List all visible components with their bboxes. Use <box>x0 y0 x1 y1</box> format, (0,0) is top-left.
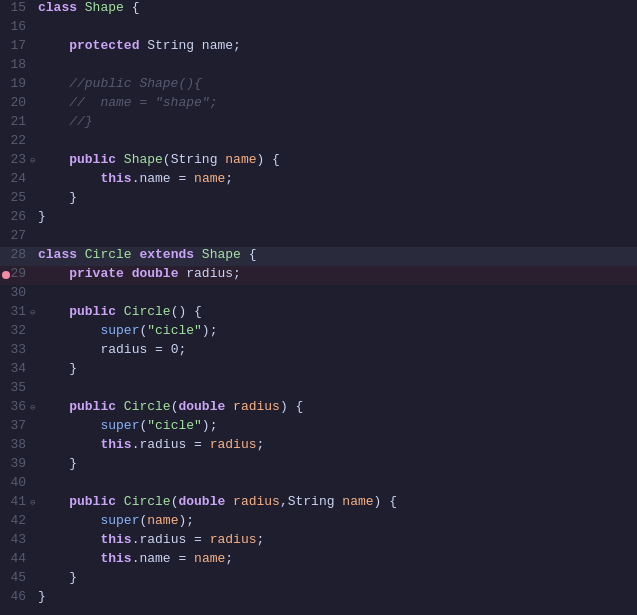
code-line: 31⊖ public Circle() { <box>0 304 637 323</box>
token: double <box>132 266 179 281</box>
code-line: 20 // name = "shape"; <box>0 95 637 114</box>
line-number: 39 <box>0 456 34 471</box>
line-number: 20 <box>0 95 34 110</box>
token <box>124 266 132 281</box>
line-number: 37 <box>0 418 34 433</box>
line-content: super(name); <box>34 513 637 528</box>
line-content: protected String name; <box>34 38 637 53</box>
line-content: //public Shape(){ <box>34 76 637 91</box>
token <box>225 494 233 509</box>
line-number: 21 <box>0 114 34 129</box>
line-number: 22 <box>0 133 34 148</box>
line-content: } <box>34 570 637 585</box>
fold-indicator[interactable]: ⊖ <box>30 497 40 507</box>
code-line: 25 } <box>0 190 637 209</box>
token: name <box>147 513 178 528</box>
token: this <box>100 532 131 547</box>
code-line: 34 } <box>0 361 637 380</box>
line-number: 45 <box>0 570 34 585</box>
token: radius <box>233 494 280 509</box>
token: } <box>38 570 77 585</box>
code-line: 24 this.name = name; <box>0 171 637 190</box>
token: name <box>342 494 373 509</box>
token: } <box>38 361 77 376</box>
token: Circle <box>124 494 171 509</box>
line-number: 25 <box>0 190 34 205</box>
code-line: 27 <box>0 228 637 247</box>
token: super <box>100 418 139 433</box>
code-line: 44 this.name = name; <box>0 551 637 570</box>
code-line: 23⊖ public Shape(String name) { <box>0 152 637 171</box>
token: class <box>38 247 85 262</box>
token: radius <box>186 266 233 281</box>
line-number: 34 <box>0 361 34 376</box>
code-line: 19 //public Shape(){ <box>0 76 637 95</box>
line-number: 26 <box>0 209 34 224</box>
token: = <box>186 437 209 452</box>
token: name <box>194 171 225 186</box>
line-content: // name = "shape"; <box>34 95 637 110</box>
line-content: public Circle(double radius,String name)… <box>34 494 637 509</box>
token: private <box>69 266 124 281</box>
fold-indicator[interactable]: ⊖ <box>30 307 40 317</box>
token <box>38 437 100 452</box>
token: = 0; <box>147 342 186 357</box>
token <box>38 418 100 433</box>
token <box>38 304 69 319</box>
fold-indicator[interactable]: ⊖ <box>30 402 40 412</box>
token <box>38 171 100 186</box>
token: { <box>241 247 257 262</box>
token: // name = "shape"; <box>38 95 217 110</box>
line-number: 33 <box>0 342 34 357</box>
token: ; <box>256 532 264 547</box>
token: super <box>100 323 139 338</box>
code-line: 17 protected String name; <box>0 38 637 57</box>
token: Shape <box>202 247 241 262</box>
token <box>116 494 124 509</box>
token: public <box>69 494 116 509</box>
code-line: 15class Shape { <box>0 0 637 19</box>
code-line: 39 } <box>0 456 637 475</box>
code-line: 33 radius = 0; <box>0 342 637 361</box>
token: radius <box>100 342 147 357</box>
token: "cicle" <box>147 323 202 338</box>
token: radius <box>139 437 186 452</box>
code-line: 38 this.radius = radius; <box>0 437 637 456</box>
fold-indicator[interactable]: ⊖ <box>30 155 40 165</box>
line-number: 16 <box>0 19 34 34</box>
token <box>38 513 100 528</box>
code-line: 29 private double radius; <box>0 266 637 285</box>
line-number: 23 <box>0 152 34 167</box>
token <box>116 304 124 319</box>
token: //} <box>38 114 93 129</box>
token: Circle <box>124 304 171 319</box>
token: name <box>139 551 170 566</box>
token: ; <box>256 437 264 452</box>
line-content: radius = 0; <box>34 342 637 357</box>
token <box>38 342 100 357</box>
code-line: 35 <box>0 380 637 399</box>
token: public <box>69 152 116 167</box>
line-content: public Circle(double radius) { <box>34 399 637 414</box>
token: name <box>139 171 170 186</box>
token: ); <box>178 513 194 528</box>
token <box>38 551 100 566</box>
token: Circle <box>124 399 171 414</box>
token: "cicle" <box>147 418 202 433</box>
line-content: class Circle extends Shape { <box>34 247 637 262</box>
token: Shape <box>124 152 163 167</box>
token: super <box>100 513 139 528</box>
line-content: this.name = name; <box>34 171 637 186</box>
token: (String <box>163 152 225 167</box>
token <box>38 532 100 547</box>
token: name <box>202 38 233 53</box>
line-number: 36 <box>0 399 34 414</box>
code-line: 16 <box>0 19 637 38</box>
token: () { <box>171 304 202 319</box>
token: } <box>38 209 46 224</box>
line-content: } <box>34 361 637 376</box>
code-line: 45 } <box>0 570 637 589</box>
line-content: } <box>34 589 637 604</box>
line-number: 43 <box>0 532 34 547</box>
token: double <box>178 494 225 509</box>
